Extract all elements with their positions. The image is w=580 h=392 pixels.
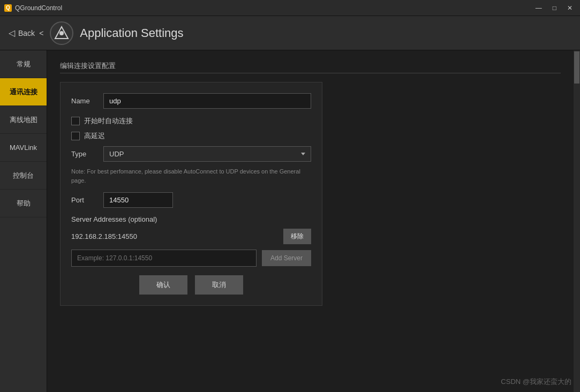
- sidebar-item-help[interactable]: 帮助: [0, 190, 47, 217]
- header-bar: ◁ Back < Application Settings: [0, 16, 580, 50]
- app-icon: Q: [4, 4, 12, 12]
- scroll-thumb[interactable]: [574, 51, 579, 84]
- title-bar: Q QGroundControl — □ ✕: [0, 0, 580, 16]
- sidebar-label-offline-maps: 离线地图: [10, 115, 37, 125]
- autoconnect-row: 开始时自动连接: [71, 116, 311, 126]
- main-layout: 常规 通讯连接 离线地图 MAVLink 控制台 帮助 编辑连接设置配置 Nam…: [0, 50, 580, 392]
- name-label: Name: [71, 97, 103, 105]
- server-addresses-title: Server Addresses (optional): [71, 215, 311, 223]
- add-server-button[interactable]: Add Server: [262, 250, 311, 266]
- header-logo: [50, 21, 73, 45]
- watermark: CSDN @我家还蛮大的: [501, 377, 571, 387]
- sidebar-label-console: 控制台: [13, 171, 34, 180]
- sidebar-label-general: 常规: [17, 59, 31, 69]
- type-row: Type UDP TCP Serial: [71, 146, 311, 162]
- sidebar-label-help: 帮助: [17, 199, 31, 208]
- sidebar-label-comm-links: 通讯连接: [10, 87, 37, 97]
- back-label: Back: [18, 29, 35, 37]
- window-controls: — □ ✕: [532, 3, 576, 13]
- maximize-button[interactable]: □: [549, 3, 560, 13]
- type-label: Type: [71, 150, 103, 158]
- name-row: Name: [71, 93, 311, 109]
- action-buttons: 确认 取消: [71, 275, 311, 295]
- confirm-button[interactable]: 确认: [139, 275, 187, 295]
- type-select[interactable]: UDP TCP Serial: [103, 146, 311, 162]
- port-label: Port: [71, 196, 103, 204]
- content-area: 编辑连接设置配置 Name 开始时自动连接 高延迟 Type UDP: [47, 50, 574, 392]
- back-button[interactable]: ◁ Back <: [9, 28, 43, 38]
- port-input[interactable]: [103, 192, 173, 208]
- back-arrow-icon: ◁: [9, 28, 15, 38]
- high-latency-checkbox[interactable]: [71, 132, 80, 140]
- minimize-button[interactable]: —: [532, 3, 545, 13]
- sidebar-item-console[interactable]: 控制台: [0, 162, 47, 190]
- server-entry-row: 192.168.2.185:14550 移除: [71, 229, 311, 244]
- svg-point-0: [59, 31, 64, 35]
- sidebar-item-general[interactable]: 常规: [0, 50, 47, 78]
- high-latency-label: 高延迟: [84, 131, 105, 141]
- port-row: Port: [71, 192, 311, 208]
- name-input[interactable]: [103, 93, 311, 109]
- page-title: Application Settings: [80, 26, 183, 40]
- logo-icon: [54, 26, 69, 41]
- scrollbar[interactable]: [574, 50, 580, 392]
- autoconnect-checkbox[interactable]: [71, 117, 80, 125]
- sidebar: 常规 通讯连接 离线地图 MAVLink 控制台 帮助: [0, 50, 47, 392]
- sidebar-item-offline-maps[interactable]: 离线地图: [0, 106, 47, 134]
- note-text: Note: For best perfomance, please disabl…: [71, 167, 311, 185]
- sidebar-label-mavlink: MAVLink: [10, 144, 37, 152]
- server-address-text: 192.168.2.185:14550: [71, 232, 278, 240]
- autoconnect-label: 开始时自动连接: [84, 116, 133, 126]
- high-latency-row: 高延迟: [71, 131, 311, 141]
- close-button[interactable]: ✕: [564, 3, 576, 13]
- add-server-input[interactable]: [71, 250, 257, 267]
- sidebar-item-comm-links[interactable]: 通讯连接: [0, 78, 47, 106]
- add-server-row: Add Server: [71, 250, 311, 267]
- title-bar-text: QGroundControl: [15, 4, 532, 12]
- cancel-button[interactable]: 取消: [195, 275, 243, 295]
- form-panel: Name 开始时自动连接 高延迟 Type UDP TCP Serial: [60, 82, 322, 306]
- section-title: 编辑连接设置配置: [60, 61, 561, 73]
- sidebar-item-mavlink[interactable]: MAVLink: [0, 134, 47, 162]
- remove-server-button[interactable]: 移除: [283, 229, 311, 244]
- header-separator: <: [39, 29, 43, 37]
